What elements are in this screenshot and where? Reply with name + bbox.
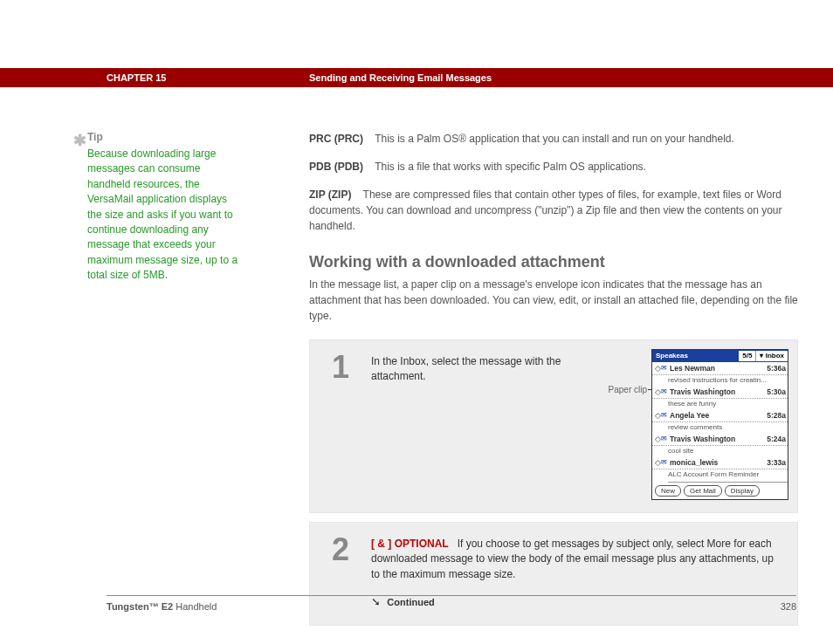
mail-time: 5:24a <box>767 434 786 444</box>
mail-sender: Les Newman <box>670 364 715 373</box>
def-pdb-term: PDB (PDB) <box>309 161 363 173</box>
envelope-clip-icon: ✉ <box>661 363 670 373</box>
product-name: Tungsten™ E2 Handheld <box>107 601 217 612</box>
envelope-icon: ✉ <box>661 434 670 444</box>
diamond-icon: ◇ <box>654 434 661 444</box>
section-heading: Working with a downloaded attachment <box>309 253 798 271</box>
diamond-icon: ◇ <box>654 363 661 373</box>
handheld-screenshot: Speakeas 5/5 ▾ Inbox ◇ ✉ Les Newman 5:36… <box>651 349 788 500</box>
handheld-folder: ▾ Inbox <box>755 351 788 361</box>
def-prc-desc: This is a Palm OS® application that you … <box>375 133 734 145</box>
step-1: 1 In the Inbox, select the message with … <box>309 339 798 513</box>
mail-row: ◇ ✉ Angela Yee 5:28a <box>652 409 788 422</box>
handheld-button-row: New Get Mail Display <box>652 483 788 500</box>
mail-sender: Angela Yee <box>670 411 709 420</box>
mail-time: 5:36a <box>767 363 786 373</box>
new-button[interactable]: New <box>655 485 681 497</box>
mail-row: ◇ ✉ Travis Washington 5:30a <box>652 386 788 399</box>
display-button[interactable]: Display <box>725 485 760 497</box>
step-1-body: In the Inbox, select the message with th… <box>371 340 797 512</box>
envelope-icon: ✉ <box>661 410 670 421</box>
mail-subject: cool site <box>668 446 788 456</box>
def-prc: PRC (PRC) This is a Palm OS® application… <box>309 131 798 147</box>
envelope-icon: ✉ <box>661 457 670 468</box>
product-bold: Tungsten™ E2 <box>107 601 173 612</box>
tip-text-after: resources, the VersaMail application dis… <box>87 178 238 281</box>
diamond-icon: ◇ <box>654 457 661 468</box>
mail-subject: review comments <box>668 422 788 433</box>
mail-row: ◇ ✉ Travis Washington 5:24a <box>652 433 788 446</box>
main-content: PRC (PRC) This is a Palm OS® application… <box>309 131 798 634</box>
def-pdb-desc: This is a file that works with specific … <box>375 161 646 173</box>
paperclip-callout-label: Paper clip <box>609 384 647 397</box>
page-number: 328 <box>781 601 796 612</box>
def-zip: ZIP (ZIP) These are compressed files tha… <box>309 187 798 234</box>
def-zip-desc: These are compressed files that contain … <box>309 188 782 232</box>
tip-text-before: Because downloading large messages can c… <box>87 147 216 175</box>
mail-sender: Travis Washington <box>670 435 735 443</box>
handheld-count: 5/5 <box>739 351 755 361</box>
def-pdb: PDB (PDB) This is a file that works with… <box>309 159 798 175</box>
mail-time: 5:28a <box>767 410 786 421</box>
handheld-header: Speakeas 5/5 ▾ Inbox <box>652 350 788 362</box>
tip-block: ✱ Tip Because downloading large messages… <box>87 131 244 284</box>
def-prc-term: PRC (PRC) <box>309 133 363 145</box>
diamond-icon: ◇ <box>654 410 661 421</box>
mail-row: ◇ ✉ Les Newman 5:36a <box>652 362 788 375</box>
mail-sender: monica_lewis <box>670 458 718 467</box>
optional-marker: [ & ] OPTIONAL <box>371 538 449 550</box>
tip-link-handheld[interactable]: handheld <box>87 178 130 190</box>
step-1-number: 1 <box>310 340 371 512</box>
tip-asterisk-icon: ✱ <box>73 131 86 150</box>
mail-time: 3:33a <box>767 457 786 468</box>
diamond-icon: ◇ <box>654 387 661 397</box>
mail-subject: ALC Account Form Reminder <box>668 469 788 483</box>
section-intro: In the message list, a paper clip on a m… <box>309 277 798 324</box>
chapter-title: Sending and Receiving Email Messages <box>309 72 492 83</box>
handheld-app-name: Speakeas <box>652 350 692 362</box>
mail-time: 5:30a <box>767 387 786 397</box>
mail-row: ◇ ✉ monica_lewis 3:33a <box>652 456 788 469</box>
get-mail-button[interactable]: Get Mail <box>684 485 722 497</box>
page-footer: Tungsten™ E2 Handheld 328 <box>107 595 796 612</box>
chapter-label: CHAPTER 15 <box>107 72 166 83</box>
step-1-text: In the Inbox, select the message with th… <box>371 354 572 385</box>
tip-heading: Tip <box>87 131 244 143</box>
mail-subject: revised instructions for creatin... <box>668 375 788 386</box>
mail-sender: Travis Washington <box>670 387 735 396</box>
product-rest: Handheld <box>173 601 217 612</box>
def-zip-term: ZIP (ZIP) <box>309 188 351 201</box>
chapter-header: CHAPTER 15 Sending and Receiving Email M… <box>0 68 833 87</box>
envelope-clip-icon: ✉ <box>661 387 670 397</box>
mail-subject: these are funny <box>668 399 788 409</box>
handheld-folder-label: Inbox <box>766 352 784 360</box>
tip-body: Because downloading large messages can c… <box>87 147 244 284</box>
